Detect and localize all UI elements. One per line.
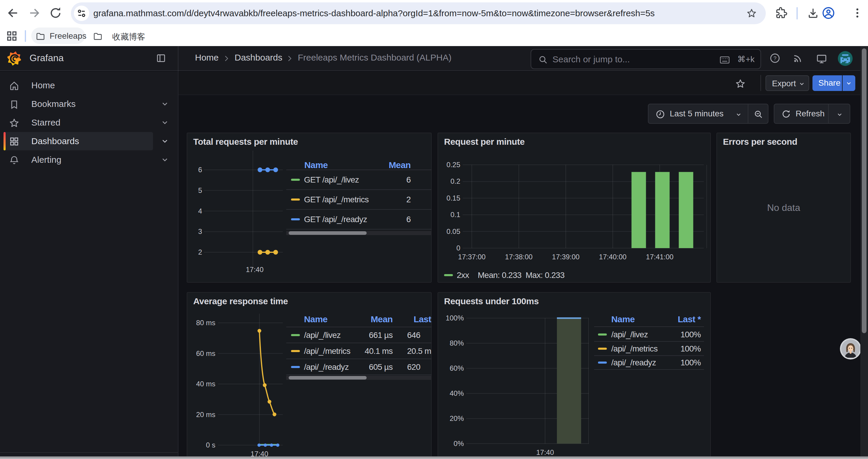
svg-text:/api/_/metrics: /api/_/metrics xyxy=(611,344,658,353)
svg-text:Mean: Mean xyxy=(371,314,393,324)
svg-text:5: 5 xyxy=(198,186,202,194)
svg-text:100%: 100% xyxy=(680,330,701,339)
svg-text:GET /api/_/readyz: GET /api/_/readyz xyxy=(304,215,367,224)
svg-text:0%: 0% xyxy=(454,439,464,448)
svg-text:17:40: 17:40 xyxy=(246,266,264,273)
svg-text:17:37:00: 17:37:00 xyxy=(458,253,486,261)
svg-text:/api/_/readyz: /api/_/readyz xyxy=(304,362,349,371)
svg-text:0: 0 xyxy=(457,244,460,252)
svg-text:17:40:00: 17:40:00 xyxy=(599,253,626,261)
svg-text:2xx: 2xx xyxy=(457,270,469,280)
svg-text:0.2: 0.2 xyxy=(451,177,460,185)
svg-text:40%: 40% xyxy=(450,389,464,397)
svg-text:661 µs: 661 µs xyxy=(369,330,393,340)
svg-text:/api/_/livez: /api/_/livez xyxy=(611,330,648,339)
svg-text:2: 2 xyxy=(198,248,202,256)
svg-text:0.1: 0.1 xyxy=(451,210,460,219)
svg-text:40 ms: 40 ms xyxy=(196,380,215,388)
svg-text:605 µs: 605 µs xyxy=(369,362,393,371)
svg-text:60%: 60% xyxy=(450,364,464,372)
svg-text:100%: 100% xyxy=(680,358,701,367)
svg-text:6: 6 xyxy=(406,175,411,184)
svg-text:Max: 0.233: Max: 0.233 xyxy=(526,270,565,280)
svg-text:80%: 80% xyxy=(450,339,464,347)
svg-text:0.25: 0.25 xyxy=(446,161,460,169)
svg-text:/api/_/livez: /api/_/livez xyxy=(304,330,341,340)
svg-text:17:40: 17:40 xyxy=(536,448,554,456)
svg-text:40.1 ms: 40.1 ms xyxy=(365,347,393,356)
svg-text:60 ms: 60 ms xyxy=(196,350,215,357)
svg-text:17:39:00: 17:39:00 xyxy=(552,253,579,261)
svg-text:Name: Name xyxy=(304,160,328,170)
svg-text:GET /api/_/metrics: GET /api/_/metrics xyxy=(304,195,369,204)
svg-text:100%: 100% xyxy=(680,344,701,353)
svg-text:6: 6 xyxy=(406,215,411,224)
svg-text:17:41:00: 17:41:00 xyxy=(646,253,673,261)
svg-text:GET /api/_/livez: GET /api/_/livez xyxy=(304,175,359,184)
svg-text:80 ms: 80 ms xyxy=(196,319,215,327)
svg-text:620: 620 xyxy=(407,362,421,371)
svg-text:17:38:00: 17:38:00 xyxy=(505,253,532,261)
svg-text:4: 4 xyxy=(198,207,202,215)
svg-text:Last *: Last * xyxy=(678,314,701,324)
svg-text:0.05: 0.05 xyxy=(446,227,460,235)
svg-text:20.5 ms: 20.5 ms xyxy=(407,347,431,356)
svg-text:20%: 20% xyxy=(450,415,464,422)
svg-text:/api/_/metrics: /api/_/metrics xyxy=(304,347,350,356)
svg-text:Name: Name xyxy=(304,314,327,324)
svg-text:Name: Name xyxy=(611,314,634,324)
svg-text:100%: 100% xyxy=(446,314,464,322)
svg-text:646: 646 xyxy=(407,330,421,340)
svg-text:0 s: 0 s xyxy=(206,441,215,449)
svg-text:Mean: Mean xyxy=(389,160,411,170)
svg-text:6: 6 xyxy=(198,166,202,174)
svg-text:0.15: 0.15 xyxy=(446,194,460,202)
svg-text:/api/_/readyz: /api/_/readyz xyxy=(611,358,656,367)
svg-text:?: ? xyxy=(773,56,776,61)
svg-text:2: 2 xyxy=(406,195,411,204)
svg-text:Last *: Last * xyxy=(414,314,431,324)
svg-text:Mean: 0.233: Mean: 0.233 xyxy=(478,270,522,280)
svg-text:3: 3 xyxy=(198,227,202,235)
svg-text:20 ms: 20 ms xyxy=(196,411,215,419)
